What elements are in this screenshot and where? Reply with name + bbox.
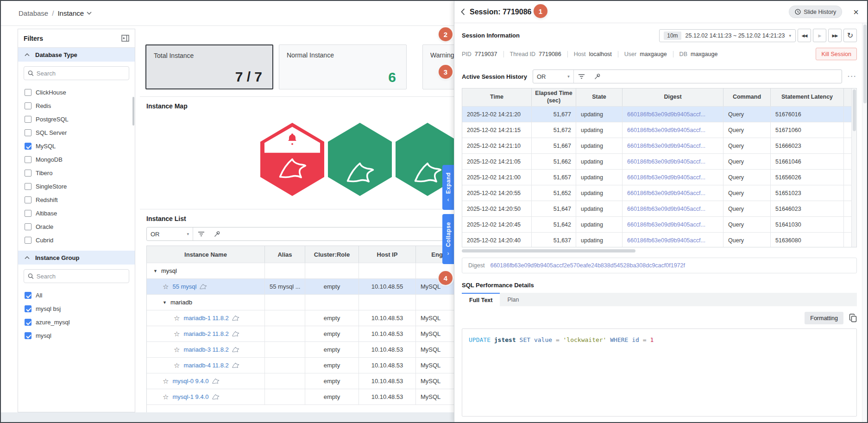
ash-table-row[interactable]: 2025-12-02 14:21:0051,657updating660186f… [462, 169, 856, 185]
dbtype-search-input[interactable] [37, 70, 125, 77]
checkbox-icon[interactable] [25, 129, 31, 136]
igroup-option[interactable]: All [18, 289, 135, 302]
ash-filter-operator-select[interactable]: OR ▾ [533, 70, 574, 83]
time-range-select[interactable]: 10m 25.12.02 14:11:23 ~ 25.12.02 14:21:2… [659, 29, 796, 42]
refresh-button[interactable]: ↻ [843, 29, 857, 42]
ash-table-row[interactable]: 2025-12-02 14:21:0551,662updating660186f… [462, 153, 856, 169]
column-header[interactable]: Time [462, 88, 532, 106]
group-row[interactable]: ▼mysql [147, 263, 454, 278]
ash-vertical-scrollbar[interactable] [851, 88, 856, 247]
collapse-panel-icon[interactable] [121, 35, 129, 42]
dbtype-option[interactable]: MongoDB [18, 153, 135, 166]
checkbox-checked-icon[interactable] [25, 332, 31, 339]
kill-session-button[interactable]: Kill Session [816, 48, 857, 60]
instance-name-link[interactable]: mysql-0 9.4.0 [172, 378, 208, 385]
igroup-option[interactable]: mysql bsj [18, 302, 135, 316]
favorite-star-icon[interactable]: ☆ [174, 330, 180, 338]
filter-operator-select[interactable]: OR ▾ [147, 227, 193, 240]
ash-table-row[interactable]: 2025-12-02 14:20:4051,637updating660186f… [462, 232, 856, 247]
favorite-star-icon[interactable]: ☆ [174, 314, 180, 322]
dbtype-option[interactable]: Oracle [18, 220, 135, 234]
dbtype-option[interactable]: SQL Server [18, 126, 135, 139]
instance-name-link[interactable]: mariadb-2 11.8.2 [183, 330, 228, 337]
section-instance-group[interactable]: Instance Group [18, 251, 135, 265]
instance-name-link[interactable]: 55 mysql [172, 283, 196, 290]
dbtype-option[interactable]: ClickHouse [18, 86, 135, 99]
igroup-option[interactable]: mysql [18, 329, 135, 342]
instance-name-link[interactable]: mariadb-4 11.8.2 [183, 362, 228, 369]
time-play-button[interactable]: ▶ [813, 29, 826, 42]
ash-table-row[interactable]: 2025-12-02 14:20:5551,652updating660186f… [462, 185, 856, 201]
column-header[interactable]: Alias [265, 246, 305, 263]
favorite-star-icon[interactable]: ☆ [174, 346, 180, 354]
digest-link[interactable]: 660186fb63e09d9b9405accf... [627, 237, 705, 244]
column-header[interactable]: Host IP [359, 246, 416, 263]
igroup-search-input[interactable] [37, 273, 125, 280]
sidebar-scrollbar-thumb[interactable] [132, 97, 134, 126]
checkbox-icon[interactable] [25, 210, 31, 217]
expand-tab[interactable]: Expand ‹ [442, 165, 454, 210]
scrollbar-thumb[interactable] [462, 249, 635, 253]
digest-link[interactable]: 660186fb63e09d9b9405accf... [627, 111, 705, 118]
table-row[interactable]: ☆mariadb-1 11.8.2empty10.10.48.53MySQL [147, 310, 454, 326]
digest-link[interactable]: 660186fb63e09d9b9405accf... [627, 174, 705, 181]
scrollbar-thumb[interactable] [863, 25, 867, 103]
slide-history-button[interactable]: Slide History [789, 6, 842, 18]
digest-link[interactable]: 660186fb63e09d9b9405accf... [627, 206, 705, 212]
favorite-star-icon[interactable]: ☆ [163, 377, 169, 385]
checkbox-icon[interactable] [25, 89, 31, 96]
checkbox-icon[interactable] [25, 156, 31, 163]
checkbox-checked-icon[interactable] [25, 305, 31, 312]
ash-table-row[interactable]: 2025-12-02 14:20:4551,642updating660186f… [462, 216, 856, 232]
column-header[interactable]: Cluster:Role [305, 246, 359, 263]
scrollbar-thumb[interactable] [853, 89, 856, 131]
ash-table-row[interactable]: 2025-12-02 14:20:5051,647updating660186f… [462, 201, 856, 216]
instance-name-link[interactable]: mariadb-3 11.8.2 [183, 346, 228, 353]
checkbox-icon[interactable] [25, 237, 31, 244]
time-prev-button[interactable]: ◀◀ [798, 29, 811, 42]
favorite-star-icon[interactable]: ☆ [163, 393, 169, 401]
ash-table-row[interactable]: 2025-12-02 14:21:2051,677updating660186f… [462, 106, 856, 122]
digest-link[interactable]: 660186fb63e09d9b9405accf... [627, 127, 705, 133]
close-icon[interactable]: × [853, 7, 859, 17]
checkbox-icon[interactable] [25, 170, 31, 177]
group-row[interactable]: ▼mariadb [147, 294, 454, 310]
tab-full-text[interactable]: Full Text [462, 293, 500, 306]
filter-icon[interactable] [574, 70, 590, 83]
favorite-star-icon[interactable]: ☆ [163, 283, 169, 291]
summary-card-normal-instance[interactable]: Normal Instance6 [279, 44, 407, 89]
checkbox-icon[interactable] [25, 223, 31, 230]
column-header[interactable]: Elapsed Time (sec) [532, 88, 576, 106]
ash-table-row[interactable]: 2025-12-02 14:21:1551,672updating660186f… [462, 122, 856, 138]
column-header[interactable]: Instance Name [147, 246, 265, 263]
ash-horizontal-scrollbar[interactable] [462, 249, 857, 253]
checkbox-checked-icon[interactable] [25, 292, 31, 299]
copy-icon[interactable] [849, 314, 857, 322]
dbtype-option[interactable]: SingleStore [18, 180, 135, 193]
digest-link[interactable]: 660186fb63e09d9b9405accf... [627, 143, 705, 149]
digest-value-link[interactable]: 660186fb63e09d9b9405accf2e570eafe24b838d… [490, 262, 685, 269]
dbtype-option[interactable]: Altibase [18, 207, 135, 220]
checkbox-checked-icon[interactable] [25, 143, 31, 150]
checkbox-icon[interactable] [25, 102, 31, 109]
dbtype-option[interactable]: Cubrid [18, 234, 135, 247]
checkbox-checked-icon[interactable] [25, 319, 31, 326]
panel-scrollbar[interactable] [862, 23, 867, 422]
table-row[interactable]: ☆mariadb-2 11.8.2empty10.10.48.53MySQL [147, 326, 454, 341]
section-database-type[interactable]: Database Type [18, 48, 135, 62]
dbtype-option[interactable]: Redshift [18, 193, 135, 207]
column-header[interactable]: Statement Latency [771, 88, 844, 106]
table-row[interactable]: ☆55 mysql55 mysql ...empty10.10.48.55MyS… [147, 278, 454, 294]
back-button[interactable] [461, 8, 465, 15]
column-header[interactable]: Digest [623, 88, 723, 106]
instance-hex-normal[interactable] [328, 123, 392, 196]
caret-down-icon[interactable]: ▼ [163, 300, 167, 305]
instance-hex-warning[interactable] [260, 123, 324, 196]
summary-card-total-instance[interactable]: Total Instance7 / 7 [145, 44, 273, 89]
checkbox-icon[interactable] [25, 183, 31, 190]
formatting-button[interactable]: Formatting [805, 312, 843, 324]
igroup-option[interactable]: azure_mysql [18, 316, 135, 329]
time-next-button[interactable]: ▶▶ [828, 29, 842, 42]
pin-icon[interactable] [590, 70, 605, 83]
ash-table-row[interactable]: 2025-12-02 14:21:1051,667updating660186f… [462, 138, 856, 153]
